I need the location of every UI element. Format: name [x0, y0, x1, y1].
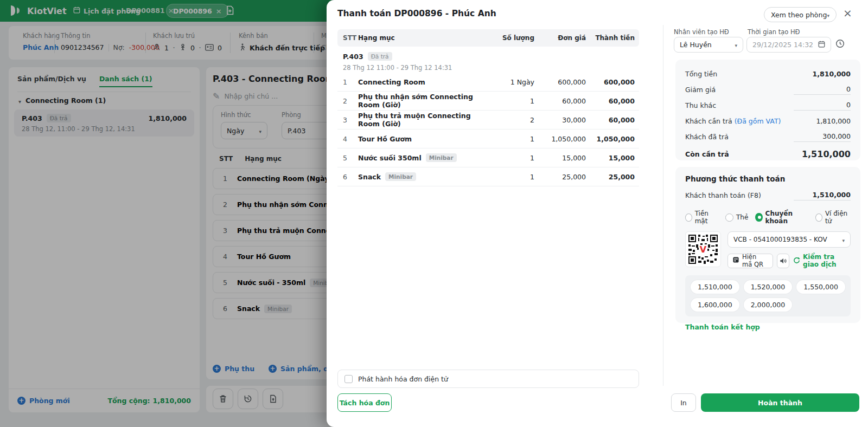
einvoice-checkbox[interactable] [344, 375, 353, 383]
remaining-value: 1,510,000 [802, 149, 851, 159]
invoice-row: 2 Phụ thu nhận sớm Connecting Room (Giờ)… [337, 92, 639, 111]
radio-icon [725, 214, 733, 222]
minibar-badge: Minibar [385, 172, 416, 181]
svg-text:V: V [700, 244, 707, 255]
check-transaction-button[interactable]: Kiểm tra giao dịch [793, 253, 851, 268]
col-total: Thành tiền [586, 34, 639, 42]
discount-label: Giảm giá [685, 86, 716, 94]
col-item: Hạng mục [358, 34, 486, 42]
invoice-datetime-value: 29/12/2025 14:32 [752, 41, 813, 49]
invoice-row: 5 Nước suối 350mlMinibar 1 15,000 15,000 [337, 148, 639, 167]
radio-card[interactable]: Thẻ [725, 214, 748, 222]
combined-payment-link[interactable]: Thanh toán kết hợp [685, 323, 851, 331]
view-mode-select[interactable]: Xem theo phòng [764, 7, 837, 22]
print-button[interactable]: In [671, 393, 696, 412]
show-qr-label: Hiện mã QR [742, 253, 768, 268]
radio-selected-icon [755, 213, 762, 222]
chevron-down-icon [842, 236, 845, 244]
check-transaction-label: Kiểm tra giao dịch [803, 253, 851, 268]
invoice-row: 1 Connecting Room 1 Ngày 600,000 600,000 [337, 73, 639, 92]
invoice-group-period: 28 Thg 12 11:00 - 29 Thg 12 14:31 [343, 64, 452, 72]
remaining-label: Còn cần trả [685, 150, 729, 158]
speaker-icon[interactable] [777, 254, 789, 268]
payment-method-title: Phương thức thanh toán [685, 174, 851, 183]
invoice-datetime-input[interactable]: 29/12/2025 14:32 [746, 37, 831, 53]
suggestion-pill[interactable]: 1,550,000 [796, 280, 845, 294]
radio-cash[interactable]: Tiền mặt [685, 210, 718, 225]
view-mode-value: Xem theo phòng [771, 11, 827, 19]
einvoice-option[interactable]: Phát hành hóa đơn điện tử [337, 370, 639, 388]
modal-title: Thanh toán DP000896 - Phúc Anh [337, 9, 496, 18]
complete-button[interactable]: Hoàn thành [701, 393, 859, 412]
vat-included-link[interactable]: (Đã gồm VAT) [735, 117, 781, 125]
col-stt: STT [337, 34, 358, 42]
radio-icon [685, 214, 692, 222]
radio-bank-transfer[interactable]: Chuyển khoản [755, 210, 808, 225]
total-label: Tổng tiền [685, 70, 717, 78]
other-fee-label: Thu khác [685, 101, 716, 109]
time-label: Thời gian tạo HĐ [748, 28, 800, 36]
print-label: In [680, 399, 687, 407]
bank-account-select[interactable]: VCB - 0541000193835 - KOV [727, 231, 851, 248]
close-modal-icon[interactable]: × [843, 8, 852, 18]
suggestion-pill[interactable]: 1,510,000 [691, 280, 739, 294]
invoice-row: 4 Tour Hồ Gươm 1 1,050,000 1,050,000 [337, 130, 639, 148]
col-price: Đơn giá [534, 34, 586, 42]
split-invoice-button[interactable]: Tách hóa đơn [337, 393, 392, 412]
customer-pays-label: Khách thanh toán (F8) [685, 191, 761, 199]
split-invoice-label: Tách hóa đơn [340, 399, 390, 407]
complete-label: Hoàn thành [758, 399, 802, 407]
refresh-icon [793, 256, 800, 266]
suggestion-pill[interactable]: 1,600,000 [691, 298, 739, 312]
discount-input[interactable]: 0 [794, 85, 851, 95]
invoice-group-status-badge: Đã trả [368, 52, 392, 61]
clock-icon[interactable] [835, 39, 845, 50]
invoice-row: 3 Phụ thu trả muộn Connecting Room (Giờ)… [337, 111, 639, 130]
staff-label: Nhân viên tạo HĐ [674, 28, 729, 36]
paid-value: 300,000 [794, 132, 851, 142]
other-fee-input[interactable]: 0 [794, 101, 851, 111]
due-label: Khách cần trả [685, 117, 732, 125]
qr-icon [733, 257, 739, 264]
radio-ewallet[interactable]: Ví điện tử [815, 210, 851, 225]
due-value: 1,810,000 [816, 117, 851, 125]
payment-method-card: Phương thức thanh toán Khách thanh toán … [675, 167, 860, 323]
invoice-table-header: STT Hạng mục Số lượng Đơn giá Thành tiền [337, 29, 639, 47]
invoice-group-room: P.403 [343, 53, 363, 61]
suggestion-pill[interactable]: 2,000,000 [744, 298, 793, 312]
total-value: 1,810,000 [813, 70, 851, 78]
bank-account-value: VCB - 0541000193835 - KOV [733, 236, 827, 243]
chevron-down-icon [735, 41, 737, 49]
show-qr-button[interactable]: Hiện mã QR [727, 254, 773, 268]
payment-modal: Thanh toán DP000896 - Phúc Anh Xem theo … [327, 0, 868, 427]
minibar-badge: Minibar [426, 153, 457, 162]
calendar-icon [818, 41, 825, 49]
amount-suggestions: 1,510,000 1,520,000 1,550,000 1,600,000 … [685, 275, 851, 316]
einvoice-label: Phát hành hóa đơn điện tử [358, 375, 448, 383]
radio-icon [815, 214, 822, 222]
staff-select[interactable]: Lê Huyền [674, 37, 743, 53]
vietqr-code[interactable]: V [685, 231, 721, 267]
invoice-row: 6 SnackMinibar 1 25,000 25,000 [337, 167, 639, 186]
col-qty: Số lượng [486, 34, 534, 42]
customer-pays-input[interactable]: 1,510,000 [794, 191, 851, 200]
paid-label: Khách đã trả [685, 133, 729, 141]
suggestion-pill[interactable]: 1,520,000 [744, 280, 793, 294]
staff-value: Lê Huyền [680, 41, 712, 49]
app-root: KiotViet Lịch đặt phòng DP000881 DP00089… [0, 0, 868, 427]
payment-summary-card: Tổng tiền 1,810,000 Giảm giá 0 Thu khác … [675, 60, 860, 160]
chevron-down-icon [827, 11, 829, 19]
